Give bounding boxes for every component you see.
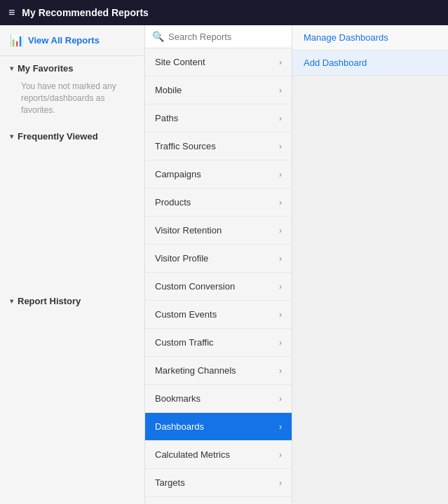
menu-item-traffic-sources[interactable]: Traffic Sources› xyxy=(145,132,292,161)
menu-item-arrow: › xyxy=(279,450,282,460)
favorites-empty-text: You have not marked any reports/dashboar… xyxy=(10,78,135,121)
menu-item-label: Campaigns xyxy=(155,169,201,179)
sidebar-section-frequently: ▾ Frequently Viewed xyxy=(0,124,144,149)
menu-item-custom-conversion[interactable]: Custom Conversion› xyxy=(145,273,292,301)
middle-panel: 🔍 Site Content›Mobile›Paths›Traffic Sour… xyxy=(145,25,292,504)
menu-item-visitor-retention[interactable]: Visitor Retention› xyxy=(145,217,292,245)
menu-item-label: Custom Events xyxy=(155,309,217,320)
menu-item-label: Site Content xyxy=(155,57,205,67)
favorites-chevron: ▾ xyxy=(10,64,13,72)
menu-item-arrow: › xyxy=(279,310,282,320)
right-panel-list: Manage DashboardsAdd Dashboard xyxy=(292,25,448,76)
menu-item-arrow: › xyxy=(279,57,282,67)
menu-item-label: Visitor Profile xyxy=(155,253,208,264)
main-layout: 📊 View All Reports ▾ My Favorites You ha… xyxy=(0,25,448,504)
menu-item-arrow: › xyxy=(279,366,282,376)
history-chevron: ▾ xyxy=(10,297,13,305)
menu-item-label: Bookmarks xyxy=(155,393,201,404)
menu-item-calculated-metrics[interactable]: Calculated Metrics› xyxy=(145,441,292,469)
menu-list: Site Content›Mobile›Paths›Traffic Source… xyxy=(145,48,292,497)
menu-item-label: Targets xyxy=(155,477,185,488)
menu-item-campaigns[interactable]: Campaigns› xyxy=(145,161,292,189)
right-panel-item-add-dashboard[interactable]: Add Dashboard xyxy=(292,50,448,76)
menu-item-targets[interactable]: Targets› xyxy=(145,469,292,497)
menu-item-arrow: › xyxy=(279,422,282,432)
frequently-header[interactable]: ▾ Frequently Viewed xyxy=(10,131,135,142)
menu-item-label: Mobile xyxy=(155,85,182,95)
favorites-header[interactable]: ▾ My Favorites xyxy=(10,63,135,74)
menu-item-mobile[interactable]: Mobile› xyxy=(145,76,292,104)
menu-item-label: Visitor Retention xyxy=(155,225,222,236)
sidebar-section-history: ▾ Report History xyxy=(0,289,144,313)
menu-item-label: Dashboards xyxy=(155,421,204,432)
topbar: ≡ My Recommended Reports xyxy=(0,0,448,25)
view-all-reports-link[interactable]: 📊 View All Reports xyxy=(10,34,135,47)
search-icon: 🔍 xyxy=(152,31,164,42)
search-input[interactable] xyxy=(168,32,285,42)
menu-item-visitor-profile[interactable]: Visitor Profile› xyxy=(145,245,292,273)
menu-item-custom-traffic[interactable]: Custom Traffic› xyxy=(145,329,292,357)
menu-item-arrow: › xyxy=(279,86,282,95)
favorites-label: My Favorites xyxy=(18,63,73,74)
menu-item-arrow: › xyxy=(279,254,282,264)
menu-item-label: Custom Traffic xyxy=(155,337,214,348)
menu-item-products[interactable]: Products› xyxy=(145,189,292,217)
history-header[interactable]: ▾ Report History xyxy=(10,296,135,306)
menu-item-label: Marketing Channels xyxy=(155,365,236,376)
history-label: Report History xyxy=(18,296,81,306)
menu-item-arrow: › xyxy=(279,170,282,179)
menu-item-arrow: › xyxy=(279,282,282,292)
sidebar-view-all[interactable]: 📊 View All Reports xyxy=(0,25,144,56)
menu-item-label: Traffic Sources xyxy=(155,141,216,151)
frequently-chevron: ▾ xyxy=(10,132,13,140)
menu-item-arrow: › xyxy=(279,338,282,348)
topbar-title: My Recommended Reports xyxy=(22,7,148,18)
menu-item-arrow: › xyxy=(279,226,282,236)
sidebar: 📊 View All Reports ▾ My Favorites You ha… xyxy=(0,25,145,504)
topbar-icon: ≡ xyxy=(8,6,15,19)
menu-item-bookmarks[interactable]: Bookmarks› xyxy=(145,385,292,413)
menu-item-marketing-channels[interactable]: Marketing Channels› xyxy=(145,357,292,385)
menu-item-arrow: › xyxy=(279,394,282,404)
right-panel-item-manage-dashboards[interactable]: Manage Dashboards xyxy=(292,25,448,50)
reports-icon: 📊 xyxy=(10,34,24,47)
menu-item-label: Calculated Metrics xyxy=(155,449,230,460)
view-all-label: View All Reports xyxy=(28,35,100,46)
menu-item-label: Custom Conversion xyxy=(155,281,235,292)
right-panel-link[interactable]: Add Dashboard xyxy=(304,57,367,68)
menu-item-label: Products xyxy=(155,197,191,207)
sidebar-section-favorites: ▾ My Favorites You have not marked any r… xyxy=(0,56,144,124)
search-bar: 🔍 xyxy=(145,25,292,48)
frequently-label: Frequently Viewed xyxy=(18,131,98,142)
menu-item-custom-events[interactable]: Custom Events› xyxy=(145,301,292,329)
menu-item-arrow: › xyxy=(279,142,282,151)
right-panel-link[interactable]: Manage Dashboards xyxy=(304,32,388,43)
right-panel: Manage DashboardsAdd Dashboard xyxy=(292,25,448,504)
menu-item-label: Paths xyxy=(155,113,178,123)
menu-item-site-content[interactable]: Site Content› xyxy=(145,48,292,76)
menu-item-arrow: › xyxy=(279,198,282,207)
menu-item-arrow: › xyxy=(279,478,282,488)
menu-item-dashboards[interactable]: Dashboards› xyxy=(145,413,292,441)
menu-item-paths[interactable]: Paths› xyxy=(145,104,292,132)
menu-item-arrow: › xyxy=(279,114,282,123)
